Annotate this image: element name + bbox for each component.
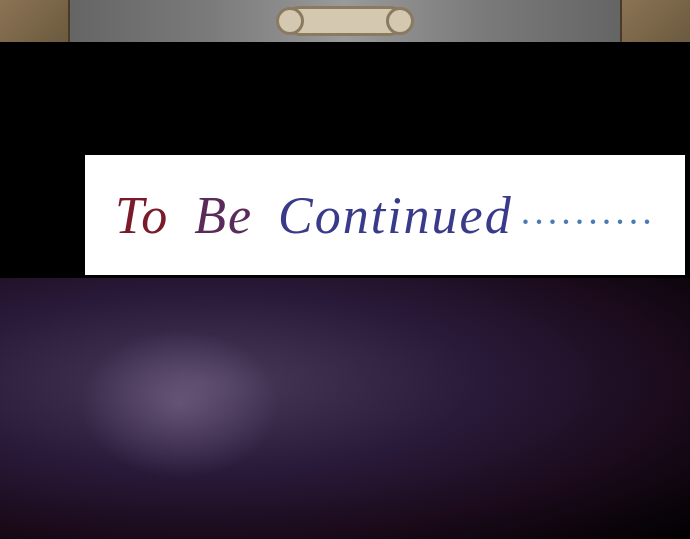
top-left-panel	[0, 0, 70, 42]
word-continued: Continued	[278, 187, 513, 244]
word-be: Be	[194, 187, 253, 244]
bone-item	[285, 6, 405, 36]
banner-text: To Be Continued··········	[115, 186, 656, 245]
light-bloom	[80, 329, 280, 479]
bottom-section	[0, 278, 690, 539]
dots: ··········	[521, 200, 656, 242]
black-band	[0, 42, 690, 160]
word-to: To	[115, 187, 169, 244]
top-scene-strip	[0, 0, 690, 42]
top-right-panel	[620, 0, 690, 42]
to-be-continued-banner: To Be Continued··········	[85, 155, 685, 275]
